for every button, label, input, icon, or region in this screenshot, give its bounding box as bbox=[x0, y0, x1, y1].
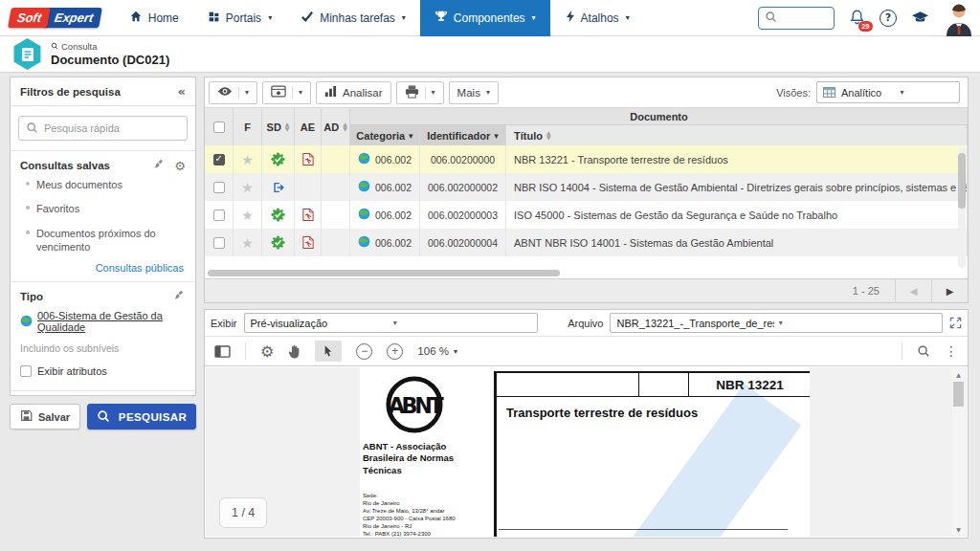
row-checkbox[interactable] bbox=[213, 237, 225, 249]
sidebar-toggle-icon[interactable] bbox=[214, 345, 231, 358]
notifications-button[interactable]: 29 bbox=[849, 9, 865, 28]
column-header-categoria[interactable]: Categoria▾ bbox=[350, 125, 420, 145]
divider bbox=[292, 86, 293, 99]
zoom-out-button[interactable]: − bbox=[356, 343, 372, 360]
softexpert-logo[interactable]: SoftExpert bbox=[10, 8, 101, 28]
checkbox-icon[interactable] bbox=[213, 121, 225, 133]
tipo-value-link[interactable]: 006-Sistema de Gestão da Qualidade bbox=[20, 303, 186, 335]
cell-titulo: NBR 13221 - Transporte terrestre de resí… bbox=[506, 145, 968, 173]
column-header-titulo[interactable]: Título▲▼ bbox=[506, 125, 968, 145]
cell-categoria: 006.002 bbox=[375, 209, 412, 221]
abnt-org-name: ABNT - Associação Brasileira de Normas T… bbox=[363, 441, 466, 476]
saved-query-item[interactable]: Favoritos bbox=[20, 196, 186, 220]
column-header-ad[interactable]: AD▲▼ bbox=[322, 108, 350, 145]
star-icon[interactable]: ★ bbox=[241, 180, 254, 195]
pagination-range: 1 - 25 bbox=[853, 285, 880, 297]
grid-icon bbox=[208, 11, 220, 26]
user-avatar[interactable] bbox=[944, 2, 974, 36]
column-header-f[interactable]: F bbox=[234, 108, 262, 145]
zoom-level-select[interactable]: 106 % ▾ bbox=[417, 345, 457, 357]
star-icon[interactable]: ★ bbox=[241, 208, 254, 223]
preview-mode-button[interactable]: ▾ bbox=[262, 81, 311, 104]
sort-icon: ▲▼ bbox=[285, 122, 290, 131]
analyze-button[interactable]: Analisar bbox=[316, 81, 391, 104]
pdf-file-icon[interactable] bbox=[295, 201, 322, 229]
pdf-scrollbar[interactable]: ▲ ▼ bbox=[952, 369, 965, 535]
collapse-panel-button[interactable]: « bbox=[178, 84, 186, 99]
column-header-identificador[interactable]: Identificador▾ bbox=[420, 125, 506, 145]
views-select[interactable]: Analítico ▾ bbox=[816, 81, 960, 103]
nav-minhas-tarefas[interactable]: Minhas tarefas ▾ bbox=[286, 0, 420, 36]
clear-filter-icon[interactable] bbox=[174, 290, 186, 303]
page-titlebar: Consulta Documento (DC021) bbox=[0, 36, 980, 73]
caret-down-icon: ▾ bbox=[432, 88, 435, 97]
expand-preview-button[interactable] bbox=[949, 317, 962, 329]
select-all-checkbox[interactable] bbox=[205, 108, 234, 145]
exibir-select[interactable]: Pré-visualização ▾ bbox=[244, 313, 539, 333]
more-vertical-icon[interactable]: ⋮ bbox=[945, 343, 958, 359]
global-search-input[interactable] bbox=[758, 7, 835, 30]
pdf-viewer-area: ABNT ABNT - Associação Brasileira de Nor… bbox=[206, 367, 967, 537]
print-button[interactable]: ▾ bbox=[396, 81, 444, 104]
star-icon[interactable]: ★ bbox=[241, 152, 254, 167]
scrollbar-thumb[interactable] bbox=[953, 382, 964, 407]
nav-componentes[interactable]: Componentes ▾ bbox=[420, 0, 550, 36]
nav-item-label: Componentes bbox=[454, 11, 525, 25]
nav-atalhos[interactable]: Atalhos ▾ bbox=[550, 0, 644, 36]
column-header-ae[interactable]: AE bbox=[295, 108, 322, 145]
row-checkbox[interactable] bbox=[213, 154, 225, 165]
nav-portais[interactable]: Portais ▾ bbox=[193, 0, 286, 36]
learning-button[interactable] bbox=[911, 11, 929, 25]
row-checkbox[interactable] bbox=[213, 209, 225, 221]
tipo-sublevels-note: Incluindo os subníveis bbox=[20, 335, 186, 356]
floppy-icon bbox=[20, 409, 33, 424]
vertical-scrollbar[interactable] bbox=[958, 147, 966, 268]
saved-query-item[interactable]: Meus documentos bbox=[20, 172, 186, 196]
next-page-button[interactable]: ▶ bbox=[931, 279, 968, 303]
show-attributes-checkbox[interactable]: Exibir atributos bbox=[20, 356, 186, 381]
table-row[interactable]: ★ 006.002 006.00200000 NBR 13221 - Trans… bbox=[205, 145, 968, 173]
nav-item-label: Portais bbox=[226, 11, 261, 25]
help-button[interactable]: ? bbox=[880, 10, 897, 27]
document-title: Transporte terrestre de resíduos bbox=[506, 406, 810, 420]
public-queries-link[interactable]: Consultas públicas bbox=[20, 258, 186, 276]
table-row[interactable]: ★ 006.002 006.002000002 NBR ISO 14004 - … bbox=[205, 173, 968, 201]
arquivo-select[interactable]: NBR_13221_-_Transporte_de_residuos.pdf ▾ bbox=[610, 313, 943, 333]
checkbox-icon[interactable] bbox=[20, 365, 32, 377]
gear-icon[interactable]: ⚙ bbox=[260, 342, 274, 361]
hand-tool-icon[interactable] bbox=[288, 344, 301, 359]
exibir-value: Pré-visualização bbox=[251, 318, 389, 329]
table-row[interactable]: ★ 006.002 006.002000004 ABNT NBR ISO 140… bbox=[205, 229, 968, 256]
saved-query-item[interactable]: Documentos próximos do vencimento bbox=[20, 221, 186, 259]
scroll-up-icon[interactable]: ▲ bbox=[952, 371, 965, 378]
star-icon[interactable]: ★ bbox=[241, 235, 254, 251]
title-block: NBR 13221 Transporte terrestre de resídu… bbox=[494, 371, 810, 537]
globe-icon bbox=[20, 315, 33, 329]
table-view-icon bbox=[823, 87, 835, 98]
search-document-icon[interactable] bbox=[917, 344, 930, 358]
row-checkbox[interactable] bbox=[213, 182, 225, 193]
divider bbox=[245, 342, 246, 360]
zoom-in-button[interactable]: + bbox=[387, 343, 403, 360]
nav-home[interactable]: Home bbox=[115, 0, 193, 36]
pdf-file-icon[interactable] bbox=[295, 229, 322, 256]
quick-search-input[interactable]: Pesquisa rápida bbox=[18, 116, 188, 141]
scrollbar-thumb[interactable] bbox=[208, 270, 560, 276]
scroll-down-icon[interactable]: ▼ bbox=[952, 526, 965, 533]
more-button[interactable]: Mais ▾ bbox=[449, 81, 499, 104]
horizontal-scrollbar[interactable] bbox=[208, 270, 954, 276]
status-released-icon bbox=[262, 145, 295, 173]
select-tool-icon[interactable] bbox=[315, 341, 342, 362]
scrollbar-thumb[interactable] bbox=[958, 153, 966, 209]
column-header-sd[interactable]: SD▲▼ bbox=[262, 108, 295, 145]
caret-down-icon: ▾ bbox=[626, 13, 630, 22]
main-nav: Home Portais ▾ Minhas tarefas ▾ Componen… bbox=[115, 0, 644, 36]
view-document-button[interactable]: ▾ bbox=[209, 81, 257, 104]
clear-filter-icon[interactable] bbox=[154, 159, 166, 172]
prev-page-button[interactable]: ◀ bbox=[895, 279, 931, 303]
pdf-file-icon[interactable] bbox=[295, 145, 322, 173]
table-row[interactable]: ★ 006.002 006.002000003 ISO 45000 - Sist… bbox=[205, 201, 968, 229]
gear-icon[interactable]: ⚙ bbox=[174, 160, 186, 172]
save-button[interactable]: Salvar bbox=[10, 404, 80, 430]
search-submit-button[interactable]: PESQUISAR bbox=[87, 404, 196, 430]
